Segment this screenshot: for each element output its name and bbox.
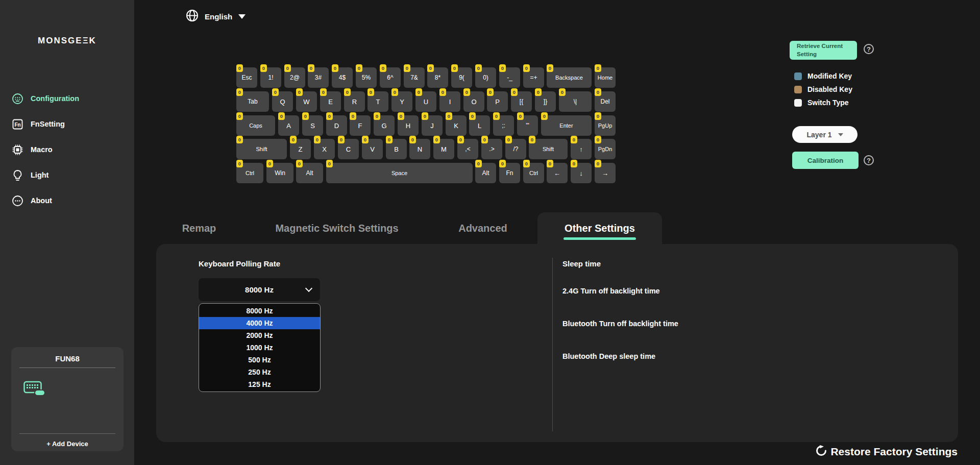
key-f[interactable]: 0F	[350, 115, 371, 136]
key-i[interactable]: 0I	[439, 91, 460, 112]
key-shift[interactable]: 0Shift	[529, 139, 568, 159]
polling-option-4000-hz[interactable]: 4000 Hz	[199, 317, 320, 329]
key-[interactable]: 0→	[595, 163, 616, 183]
key-z[interactable]: 0Z	[290, 139, 311, 159]
sidebar-item-fnsetting[interactable]: FnFnSetting	[0, 111, 134, 137]
calibration-button[interactable]: Calibration	[792, 152, 859, 169]
key-c[interactable]: 0C	[338, 139, 359, 159]
help-icon[interactable]: ?	[864, 44, 874, 54]
sidebar-item-configuration[interactable]: Configuration	[0, 86, 134, 111]
add-device-button[interactable]: + Add Device	[11, 440, 124, 448]
tab-other-settings[interactable]: Other Settings	[537, 212, 662, 244]
key-6[interactable]: 06^	[380, 67, 401, 88]
key-layer-badge: 0	[595, 112, 601, 120]
key-pgdn[interactable]: 0PgDn	[595, 139, 616, 159]
key-b[interactable]: 0B	[386, 139, 407, 159]
key-9[interactable]: 09(	[451, 67, 472, 88]
key-[interactable]: 0[{	[511, 91, 532, 112]
key-d[interactable]: 0D	[326, 115, 347, 136]
key-m[interactable]: 0M	[433, 139, 454, 159]
key-alt[interactable]: 0Alt	[296, 163, 323, 183]
key-layer-badge: 0	[302, 112, 309, 120]
sidebar-item-about[interactable]: About	[0, 188, 134, 213]
key-o[interactable]: 0O	[463, 91, 484, 112]
key-3[interactable]: 03#	[308, 67, 329, 88]
key-8[interactable]: 08*	[427, 67, 448, 88]
key-1[interactable]: 01!	[260, 67, 281, 88]
sidebar-item-macro[interactable]: Macro	[0, 137, 134, 162]
polling-rate-dropdown: 8000 Hz4000 Hz2000 Hz1000 Hz500 Hz250 Hz…	[199, 303, 321, 392]
key-layer-badge: 0	[326, 160, 333, 167]
key-[interactable]: 0'"	[517, 115, 538, 136]
key-esc[interactable]: 0Esc	[236, 67, 257, 88]
restore-factory-settings-button[interactable]: Restore Factory Settings	[816, 445, 958, 458]
key-home[interactable]: 0Home	[595, 67, 616, 88]
key-label: 5%	[362, 74, 371, 81]
key-u[interactable]: 0U	[415, 91, 436, 112]
key-r[interactable]: 0R	[344, 91, 365, 112]
polling-option-125-hz[interactable]: 125 Hz	[199, 378, 320, 390]
key-h[interactable]: 0H	[398, 115, 419, 136]
key-[interactable]: 0]}	[535, 91, 556, 112]
key-7[interactable]: 07&	[404, 67, 425, 88]
key-pgup[interactable]: 0PgUp	[595, 115, 616, 136]
key-[interactable]: 0;:	[493, 115, 514, 136]
key-v[interactable]: 0V	[362, 139, 383, 159]
key-a[interactable]: 0A	[278, 115, 299, 136]
key-q[interactable]: 0Q	[272, 91, 293, 112]
key-[interactable]: 0↑	[571, 139, 592, 159]
language-selector[interactable]: English	[186, 9, 246, 24]
key-[interactable]: 0.>	[481, 139, 502, 159]
polling-rate-select[interactable]: 8000 Hz	[199, 278, 320, 301]
key-[interactable]: 0,<	[457, 139, 478, 159]
polling-option-2000-hz[interactable]: 2000 Hz	[199, 329, 320, 341]
key-g[interactable]: 0G	[374, 115, 395, 136]
key-y[interactable]: 0Y	[391, 91, 412, 112]
key-ctrl[interactable]: 0Ctrl	[523, 163, 544, 183]
key-[interactable]: 0\|	[559, 91, 592, 112]
key-p[interactable]: 0P	[487, 91, 508, 112]
key-s[interactable]: 0S	[302, 115, 323, 136]
polling-option-8000-hz[interactable]: 8000 Hz	[199, 305, 320, 317]
key-[interactable]: 0-_	[499, 67, 520, 88]
key-k[interactable]: 0K	[446, 115, 467, 136]
key-x[interactable]: 0X	[314, 139, 335, 159]
layer-select[interactable]: Layer 1	[792, 126, 857, 143]
device-card[interactable]: FUN68 + Add Device	[11, 347, 124, 451]
key-t[interactable]: 0T	[368, 91, 388, 112]
key-win[interactable]: 0Win	[266, 163, 293, 183]
retrieve-current-setting-button[interactable]: Retrieve Current Setting	[790, 41, 857, 60]
key-caps[interactable]: 0Caps	[236, 115, 275, 136]
help-icon[interactable]: ?	[864, 155, 874, 165]
sidebar-item-light[interactable]: Light	[0, 162, 134, 188]
key-fn[interactable]: 0Fn	[499, 163, 520, 183]
key-[interactable]: 0←	[547, 163, 568, 183]
key-[interactable]: 0/?	[505, 139, 526, 159]
key-l[interactable]: 0L	[469, 115, 490, 136]
key-e[interactable]: 0E	[320, 91, 341, 112]
polling-option-500-hz[interactable]: 500 Hz	[199, 354, 320, 366]
key-2[interactable]: 02@	[284, 67, 305, 88]
key-0[interactable]: 00)	[475, 67, 496, 88]
tab-remap[interactable]: Remap	[168, 212, 230, 244]
polling-option-1000-hz[interactable]: 1000 Hz	[199, 341, 320, 354]
key-w[interactable]: 0W	[296, 91, 317, 112]
key-label: J	[430, 122, 434, 130]
key-shift[interactable]: 0Shift	[236, 139, 287, 159]
key-4[interactable]: 04$	[332, 67, 353, 88]
key-enter[interactable]: 0Enter	[541, 115, 592, 136]
key-tab[interactable]: 0Tab	[236, 91, 269, 112]
key-space[interactable]: 0Space	[326, 163, 473, 183]
polling-option-250-hz[interactable]: 250 Hz	[199, 366, 320, 378]
key-ctrl[interactable]: 0Ctrl	[236, 163, 263, 183]
key-[interactable]: 0↓	[571, 163, 592, 183]
key-del[interactable]: 0Del	[595, 91, 616, 112]
key-j[interactable]: 0J	[422, 115, 443, 136]
key-backspace[interactable]: 0Backspace	[547, 67, 592, 88]
key-alt[interactable]: 0Alt	[475, 163, 496, 183]
key-n[interactable]: 0N	[409, 139, 430, 159]
key-[interactable]: 0=+	[523, 67, 544, 88]
key-5[interactable]: 05%	[356, 67, 377, 88]
tab-advanced[interactable]: Advanced	[439, 212, 527, 244]
tab-magnetic-switch-settings[interactable]: Magnetic Switch Settings	[255, 212, 419, 244]
